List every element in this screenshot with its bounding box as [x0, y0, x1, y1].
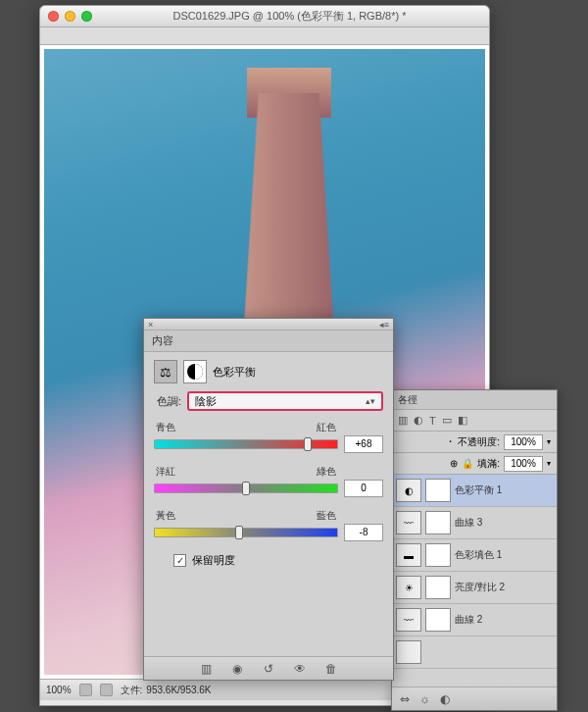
file-size: 953.6K/953.6K	[146, 685, 211, 695]
status-icon[interactable]	[79, 684, 92, 696]
layers-tab[interactable]: 各徑	[392, 390, 557, 410]
mask-icon[interactable]	[183, 360, 207, 383]
layers-footer: ⇔ ☼ ◐	[392, 687, 557, 710]
cyan-red-slider[interactable]	[154, 439, 338, 449]
layer-name[interactable]: 色彩填色 1	[455, 548, 553, 562]
layer-name[interactable]: 曲線 2	[455, 613, 553, 627]
slider-thumb[interactable]	[304, 437, 312, 451]
fill-row: ⊕ 🔒 填滿: 100% ▾	[392, 453, 557, 475]
panel-close-icon[interactable]: ×	[148, 320, 153, 330]
layer-item[interactable]	[392, 636, 557, 669]
filter-icon[interactable]: ◧	[458, 414, 467, 427]
panel-footer: ▥ ◉ ↺ 👁 🗑	[144, 656, 393, 680]
layer-thumbnail[interactable]: ☀	[396, 576, 421, 599]
trash-icon[interactable]: 🗑	[322, 661, 340, 677]
lock-icon[interactable]: 🔒	[462, 458, 473, 469]
fill-input[interactable]: 100%	[504, 456, 543, 472]
panel-menu-icon[interactable]: ◂≡	[379, 320, 389, 330]
layer-thumbnail[interactable]: ◐	[396, 479, 421, 502]
layer-name[interactable]: 亮度/對比 2	[455, 581, 553, 594]
panel-title[interactable]: 内容	[144, 331, 393, 352]
filter-text-icon[interactable]: T	[429, 415, 436, 427]
layer-name[interactable]: 曲線 3	[455, 516, 553, 530]
lock-icon[interactable]: ⊕	[450, 458, 458, 469]
layer-item[interactable]: ◐ 色彩平衡 1	[392, 475, 557, 507]
filter-icon[interactable]: ◐	[414, 414, 423, 427]
zoom-button[interactable]	[81, 11, 92, 22]
layer-item[interactable]: ☀ 亮度/對比 2	[392, 572, 557, 604]
status-icon[interactable]	[100, 684, 113, 696]
fill-label: 填滿:	[477, 457, 500, 471]
layer-thumbnail[interactable]: 〰	[396, 608, 421, 632]
clip-icon[interactable]: ▥	[197, 661, 215, 677]
opacity-label: 不透明度:	[458, 435, 500, 449]
layer-list: ◐ 色彩平衡 1 〰 曲線 3 ▬ 色彩填色 1 ☀ 亮度/對比 2 〰 曲線 …	[392, 475, 557, 669]
preserve-luminosity-checkbox[interactable]: ✓	[173, 554, 186, 567]
layer-mask[interactable]	[425, 576, 451, 599]
layer-mask[interactable]	[425, 479, 451, 502]
titlebar[interactable]: DSC01629.JPG @ 100% (色彩平衡 1, RGB/8*) *	[40, 6, 489, 27]
chevron-down-icon[interactable]: ▾	[547, 459, 551, 468]
opacity-row: ᛫ 不透明度: 100% ▾	[392, 432, 557, 453]
layer-mask[interactable]	[425, 543, 451, 567]
filter-icon[interactable]: ▭	[442, 414, 452, 427]
view-previous-icon[interactable]: ◉	[228, 661, 246, 677]
layer-item[interactable]: 〰 曲線 2	[392, 604, 557, 636]
magenta-green-slider[interactable]	[154, 483, 338, 493]
red-label: 紅色	[317, 421, 336, 434]
tone-label: 色調:	[154, 394, 181, 409]
preserve-luminosity-label: 保留明度	[192, 553, 235, 568]
yellow-blue-value[interactable]: -8	[344, 524, 383, 541]
tone-value: 陰影	[195, 394, 217, 409]
link-icon[interactable]: ⇔	[400, 692, 410, 706]
layer-item[interactable]: 〰 曲線 3	[392, 507, 557, 539]
green-label: 綠色	[317, 465, 336, 479]
chevron-icon[interactable]: ᛫	[447, 435, 454, 449]
slider-thumb[interactable]	[235, 526, 243, 539]
reset-icon[interactable]: ↺	[260, 661, 277, 677]
zoom-level[interactable]: 100%	[46, 685, 72, 695]
layer-mask[interactable]	[425, 608, 451, 632]
cyan-red-value[interactable]: +68	[344, 435, 383, 453]
layer-thumbnail[interactable]	[396, 640, 421, 664]
layer-thumbnail[interactable]: ▬	[396, 543, 421, 567]
visibility-icon[interactable]: 👁	[291, 661, 309, 677]
layers-panel: 各徑 ▥ ◐ T ▭ ◧ ᛫ 不透明度: 100% ▾ ⊕ 🔒 填滿: 100%…	[391, 389, 558, 711]
blue-label: 藍色	[317, 509, 336, 523]
yellow-blue-slider[interactable]	[154, 528, 338, 537]
balance-icon[interactable]: ⚖	[154, 360, 177, 383]
magenta-label: 洋紅	[156, 465, 175, 479]
layer-item[interactable]: ▬ 色彩填色 1	[392, 539, 557, 572]
filter-icon[interactable]: ▥	[398, 414, 408, 427]
minimize-button[interactable]	[65, 11, 75, 22]
tone-dropdown[interactable]: 陰影 ▴▾	[187, 391, 383, 411]
slider-thumb[interactable]	[242, 482, 250, 495]
layers-filter-row: ▥ ◐ T ▭ ◧	[392, 410, 557, 432]
mask-icon[interactable]: ◐	[440, 692, 450, 706]
opacity-input[interactable]: 100%	[504, 434, 543, 450]
magenta-green-value[interactable]: 0	[344, 480, 383, 497]
properties-panel: × ◂≡ 内容 ⚖ 色彩平衡 色調: 陰影 ▴▾ 青色 紅色 +6	[143, 318, 394, 681]
layer-name[interactable]: 色彩平衡 1	[455, 483, 553, 497]
cyan-label: 青色	[156, 421, 175, 434]
yellow-label: 黃色	[156, 509, 175, 523]
panel-grip[interactable]: × ◂≡	[144, 319, 393, 331]
layer-mask[interactable]	[425, 511, 451, 534]
adjustment-name: 色彩平衡	[213, 365, 256, 380]
chevron-down-icon[interactable]: ▾	[547, 437, 551, 446]
fx-icon[interactable]: ☼	[419, 692, 430, 706]
window-title: DSC01629.JPG @ 100% (色彩平衡 1, RGB/8*) *	[98, 9, 481, 24]
document-tab[interactable]	[40, 27, 489, 45]
layer-thumbnail[interactable]: 〰	[396, 511, 421, 534]
close-button[interactable]	[48, 11, 59, 22]
file-label: 文件:	[121, 684, 143, 697]
chevron-updown-icon: ▴▾	[366, 396, 375, 406]
